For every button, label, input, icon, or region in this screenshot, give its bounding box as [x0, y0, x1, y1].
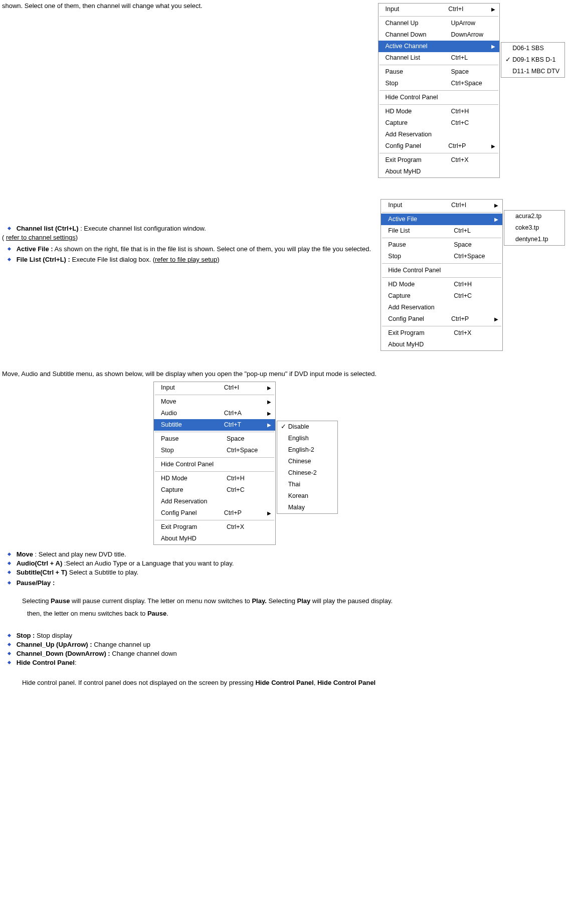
submenu-item[interactable]: D06-1 SBS — [501, 43, 564, 54]
menu-item[interactable]: Exit ProgramCtrl+X — [381, 327, 502, 339]
submenu-item[interactable]: coke3.tp — [504, 222, 564, 234]
menu-item-accel: Ctrl+Space — [454, 252, 494, 261]
menu-item-label: About MyHD — [386, 167, 438, 176]
menu-item-accel: Ctrl+C — [454, 291, 494, 301]
submenu-item[interactable]: ✓Disable — [277, 421, 337, 433]
menu-item[interactable]: HD ModeCtrl+H — [381, 279, 502, 290]
menu-item[interactable]: InputCtrl+I▶ — [381, 200, 502, 211]
submenu-item-label: English-2 — [288, 445, 314, 455]
menu-item[interactable]: Config PanelCtrl+P▶ — [381, 313, 502, 325]
menu-item-label: HD Mode — [388, 280, 441, 289]
menu-item[interactable]: PauseSpace — [154, 433, 275, 445]
menu-separator — [382, 238, 501, 238]
file-play-setup-link[interactable]: refer to file play setup — [155, 256, 217, 263]
menu-item[interactable]: InputCtrl+I▶ — [379, 4, 500, 15]
menu-item[interactable]: File ListCtrl+L — [381, 225, 502, 237]
chevron-right-icon: ▶ — [491, 141, 495, 151]
active-channel-submenu[interactable]: D06-1 SBS✓D09-1 KBS D-1D11-1 MBC DTV — [501, 42, 565, 78]
chevron-right-icon: ▶ — [491, 42, 495, 51]
menu-item-label: Audio — [161, 409, 211, 418]
submenu-item[interactable]: Korean — [277, 490, 337, 502]
check-icon: ✓ — [504, 55, 511, 65]
menu-item[interactable]: Exit ProgramCtrl+X — [154, 521, 275, 533]
menu-separator — [155, 471, 274, 472]
channel-down-desc: Change channel down — [112, 650, 176, 657]
menu-item-accel: Ctrl+H — [451, 107, 491, 116]
menu-item-accel: Ctrl+P — [451, 314, 491, 324]
bullet-icon — [7, 633, 12, 638]
menu-item-accel: Space — [451, 67, 491, 77]
menu-item[interactable]: PauseSpace — [379, 66, 500, 78]
menu-item[interactable]: StopCtrl+Space — [381, 251, 502, 262]
menu-item[interactable]: About MyHD — [381, 339, 502, 350]
menu-item[interactable]: Add Reservation — [379, 129, 500, 140]
menu-item[interactable]: Channel DownDownArrow — [379, 29, 500, 41]
menu-item-accel: Ctrl+C — [451, 118, 491, 128]
menu-item[interactable]: Channel ListCtrl+L — [379, 52, 500, 64]
active-file-submenu[interactable]: acura2.tpcoke3.tpdentyne1.tp — [504, 210, 565, 246]
subtitle-submenu[interactable]: ✓DisableEnglishEnglish-2ChineseChinese-2… — [277, 421, 338, 514]
menu-item[interactable]: CaptureCtrl+C — [154, 484, 275, 496]
menu-item[interactable]: StopCtrl+Space — [154, 445, 275, 456]
menu-item[interactable]: Hide Control Panel — [379, 92, 500, 103]
menu-item[interactable]: Channel UpUpArrow — [379, 18, 500, 29]
menu-item[interactable]: Active Channel▶ — [379, 41, 500, 52]
menu-separator — [155, 395, 274, 395]
menu-item-accel: Ctrl+X — [454, 328, 494, 338]
menu-item[interactable]: InputCtrl+I▶ — [154, 382, 275, 394]
submenu-item[interactable]: ✓D09-1 KBS D-1 — [501, 54, 564, 66]
menu-item-label: Subtitle — [161, 420, 211, 430]
menu-item[interactable]: Move▶ — [154, 396, 275, 408]
menu-item[interactable]: Hide Control Panel — [381, 265, 502, 276]
menu-item[interactable]: Add Reservation — [381, 302, 502, 313]
submenu-item[interactable]: Malay — [277, 502, 337, 513]
menu-item-label: Pause — [161, 434, 214, 444]
submenu-item[interactable]: acura2.tp — [504, 211, 564, 222]
menu-item[interactable]: Active File▶ — [381, 214, 502, 225]
menu-item[interactable]: CaptureCtrl+C — [381, 290, 502, 302]
menu-item[interactable]: HD ModeCtrl+H — [154, 473, 275, 484]
menu-item[interactable]: About MyHD — [154, 533, 275, 544]
menu-item-accel: DownArrow — [451, 30, 491, 40]
chevron-right-icon: ▶ — [494, 314, 498, 324]
submenu-item[interactable]: Chinese-2 — [277, 467, 337, 479]
submenu-item[interactable]: Thai — [277, 479, 337, 490]
menu-separator — [380, 153, 499, 153]
chevron-right-icon: ▶ — [494, 215, 498, 224]
context-menu-2[interactable]: InputCtrl+I▶Active File▶File ListCtrl+L … — [381, 199, 503, 351]
menu-item[interactable]: PauseSpace — [381, 239, 502, 251]
submenu-item[interactable]: D11-1 MBC DTV — [501, 66, 564, 77]
menu-item-label: File List — [388, 226, 441, 236]
audio-title: Audio(Ctrl + A) — [17, 560, 63, 567]
menu-item[interactable]: AudioCtrl+A▶ — [154, 408, 275, 419]
menu-item[interactable]: HD ModeCtrl+H — [379, 106, 500, 117]
submenu-item[interactable]: dentyne1.tp — [504, 234, 564, 245]
bullet-icon — [7, 651, 12, 656]
menu-item[interactable]: Config PanelCtrl+P▶ — [379, 140, 500, 152]
menu-item[interactable]: StopCtrl+Space — [379, 78, 500, 89]
menu-separator — [380, 104, 499, 105]
menu-item[interactable]: Exit ProgramCtrl+X — [379, 154, 500, 166]
menu-item-label: HD Mode — [386, 107, 438, 116]
menu-item-label: Channel Up — [386, 19, 438, 28]
menu-item[interactable]: Config PanelCtrl+P▶ — [154, 507, 275, 519]
submenu-item[interactable]: English — [277, 433, 337, 444]
context-menu-1[interactable]: InputCtrl+I▶Channel UpUpArrow Channel Do… — [378, 3, 500, 178]
menu-item[interactable]: CaptureCtrl+C — [379, 117, 500, 129]
menu-item-label: Stop — [388, 252, 441, 261]
menu-item-label: Move — [161, 397, 211, 407]
bullet-icon — [7, 581, 12, 585]
context-menu-3[interactable]: InputCtrl+I▶Move▶AudioCtrl+A▶SubtitleCtr… — [153, 382, 276, 545]
submenu-item[interactable]: Chinese — [277, 456, 337, 467]
submenu-item[interactable]: English-2 — [277, 444, 337, 456]
subtitle-title: Subtitle(Ctrl + T) — [17, 569, 67, 576]
menu-item-label: Pause — [386, 67, 438, 77]
menu-item-label: Input — [161, 383, 211, 393]
menu-item[interactable]: About MyHD — [379, 166, 500, 177]
channel-list-title: Channel list (Ctrl+L) — [17, 225, 79, 232]
menu-item[interactable]: Hide Control Panel — [154, 459, 275, 470]
menu-item-accel: Ctrl+C — [227, 485, 267, 495]
menu-item[interactable]: Add Reservation — [154, 496, 275, 507]
menu-item[interactable]: SubtitleCtrl+T▶ — [154, 419, 275, 431]
channel-settings-link[interactable]: refer to channel settings — [6, 234, 76, 241]
